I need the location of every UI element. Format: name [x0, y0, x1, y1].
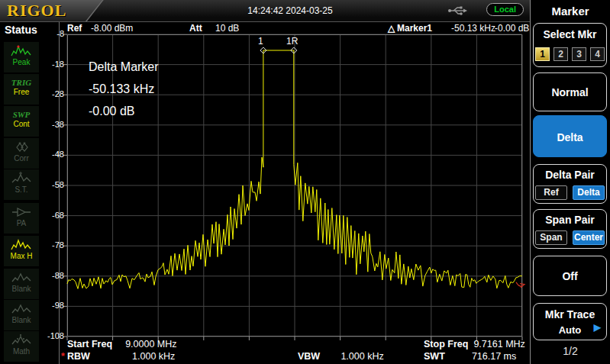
y-axis-label: -38 — [40, 120, 64, 129]
delta-button[interactable]: Delta — [533, 115, 607, 157]
status-peak-label: Peak — [4, 58, 39, 66]
trig-text-icon: TRIG — [4, 74, 39, 88]
preamp-icon — [11, 205, 32, 219]
normal-label: Normal — [534, 86, 606, 98]
y-axis-label: -98 — [40, 301, 64, 310]
menu-page-indicator: 1/2 — [531, 345, 610, 357]
span-pair-options: Span Center — [534, 230, 606, 245]
delta-label: Delta — [534, 131, 606, 143]
header-bar: RIGOL 14:24:42 2024-03-25 Local — [0, 0, 530, 22]
y-axis-label: -48 — [40, 150, 64, 159]
waveform-icon — [11, 271, 32, 285]
span-pair-button[interactable]: Span Pair Span Center — [533, 209, 607, 249]
start-freq-value: 9.0000 MHz — [115, 339, 177, 350]
st-waveform-icon — [11, 172, 32, 185]
status-sweep: SWP Cont — [4, 106, 39, 137]
status-maxhold-label: Max H — [4, 252, 39, 260]
correction-diamonds-icon — [11, 140, 32, 154]
status-correction-label: Corr — [4, 154, 39, 163]
status-trace3-label: Blank — [4, 316, 39, 324]
select-mkr-label: Select Mkr — [534, 28, 606, 40]
marker-1r-label: 1R — [286, 36, 298, 47]
y-axis-label: -8 — [40, 29, 64, 38]
delta-pair-button[interactable]: Delta Pair Ref Delta — [533, 164, 607, 204]
status-peak: Peak — [4, 42, 39, 72]
status-trace2-label: Blank — [4, 285, 39, 293]
rbw: RBW 1.000 kHz — [67, 351, 175, 362]
mkr-trace-button[interactable]: Mkr Trace Auto ▶ — [533, 303, 607, 340]
span-pair-center-option[interactable]: Center — [573, 230, 605, 245]
status-maxhold: Max H — [4, 236, 39, 266]
stop-freq: Stop Freq 9.7161 MHz — [424, 339, 525, 350]
start-freq: Start Freq 9.0000 MHz — [67, 339, 177, 350]
vbw: VBW 1.000 kHz — [298, 351, 384, 362]
status-trace2-blank: Blank — [4, 269, 39, 299]
y-axis-label: -68 — [40, 211, 64, 220]
delta-pair-label: Delta Pair — [534, 169, 606, 181]
status-math-label: Math — [4, 347, 39, 356]
annotation-freq: -50.133 kHz — [89, 78, 159, 100]
mkr-trace-label: Mkr Trace — [534, 308, 606, 321]
select-mkr-button[interactable]: Select Mkr 1 2 3 4 — [533, 23, 607, 67]
attenuation-label: Att — [189, 23, 202, 34]
status-sidebar: Status Peak TRIG Free SWP Cont Corr — [0, 22, 60, 364]
frequency-status-bar: Start Freq 9.0000 MHz Stop Freq 9.7161 M… — [67, 337, 525, 364]
y-axis-label: -58 — [40, 180, 64, 189]
ref-level-value: -8.00 dBm — [91, 23, 133, 34]
off-button[interactable]: Off — [533, 256, 607, 296]
measurement-info-row: Ref -8.00 dBm Att 10 dB △ Marker1 -50.13… — [67, 22, 522, 34]
delta-pair-ref-option[interactable]: Ref — [535, 185, 567, 200]
waveform-peak-icon — [11, 44, 32, 58]
status-preamp: PA — [4, 203, 39, 234]
marker-readout-name: Marker1 — [397, 23, 432, 34]
vbw-label: VBW — [298, 351, 320, 362]
vbw-value: 1.000 kHz — [323, 351, 384, 362]
span-pair-label: Span Pair — [534, 214, 606, 226]
status-trigger: TRIG Free — [4, 74, 39, 105]
status-sweeptime: S.T. — [4, 169, 39, 200]
rbw-uncoupled-flag: * — [61, 351, 65, 362]
ref-level-label: Ref — [67, 23, 82, 34]
marker-3-box[interactable]: 3 — [572, 47, 586, 61]
delta-pair-delta-option[interactable]: Delta — [573, 185, 605, 200]
marker-2-box[interactable]: 2 — [554, 47, 568, 61]
start-freq-label: Start Freq — [67, 339, 112, 350]
spectrum-plot: -8 -18 -28 -38 -48 -58 -68 -78 -88 -98 -… — [67, 34, 522, 337]
marker-1-label: 1 — [258, 36, 263, 47]
y-axis-label: -28 — [40, 89, 64, 98]
brand-logo: RIGOL — [7, 1, 66, 21]
y-axis-label: -78 — [40, 240, 64, 250]
status-trace3-blank: Blank — [4, 300, 39, 330]
marker-4-box[interactable]: 4 — [590, 47, 605, 61]
status-sweep-label: Cont — [4, 120, 39, 128]
annotation-ampl: -0.00 dB — [89, 100, 159, 122]
annotation-title: Delta Marker — [89, 56, 159, 78]
marker-number-row: 1 2 3 4 — [534, 47, 606, 61]
swt: SWT 716.17 ms — [424, 351, 516, 362]
submenu-arrow-icon: ▶ — [594, 322, 601, 333]
stop-freq-label: Stop Freq — [424, 339, 468, 350]
marker-readout-freq: -50.13 kHz — [451, 23, 495, 34]
status-trigger-label: Free — [4, 88, 39, 96]
status-correction: Corr — [4, 138, 39, 169]
status-title: Status — [5, 24, 37, 36]
status-sweeptime-label: S.T. — [4, 185, 39, 194]
waveform-math-icon — [11, 333, 32, 347]
span-pair-span-option[interactable]: Span — [535, 230, 567, 245]
clock-datetime: 14:24:42 2024-03-25 — [153, 5, 428, 16]
y-axis-label: -88 — [40, 271, 64, 280]
waveform-maxhold-icon — [11, 238, 32, 252]
normal-button[interactable]: Normal — [533, 72, 607, 111]
marker-1-box[interactable]: 1 — [535, 47, 550, 61]
softkey-menu-panel: Marker Select Mkr 1 2 3 4 Normal Delta D… — [530, 0, 610, 364]
usb-icon — [447, 5, 467, 16]
menu-title: Marker — [531, 5, 610, 18]
swt-value: 716.17 ms — [447, 351, 516, 362]
rbw-value: 1.000 kHz — [92, 351, 175, 362]
waveform-icon — [11, 302, 32, 316]
local-mode-badge: Local — [486, 3, 524, 16]
spectrum-analyzer-screen: RIGOL 14:24:42 2024-03-25 Local Status P… — [0, 0, 610, 364]
marker-readout-ampl: -0.00 dB — [495, 23, 529, 34]
delta-marker-annotation: Delta Marker -50.133 kHz -0.00 dB — [89, 56, 159, 122]
delta-symbol: △ — [388, 23, 395, 34]
